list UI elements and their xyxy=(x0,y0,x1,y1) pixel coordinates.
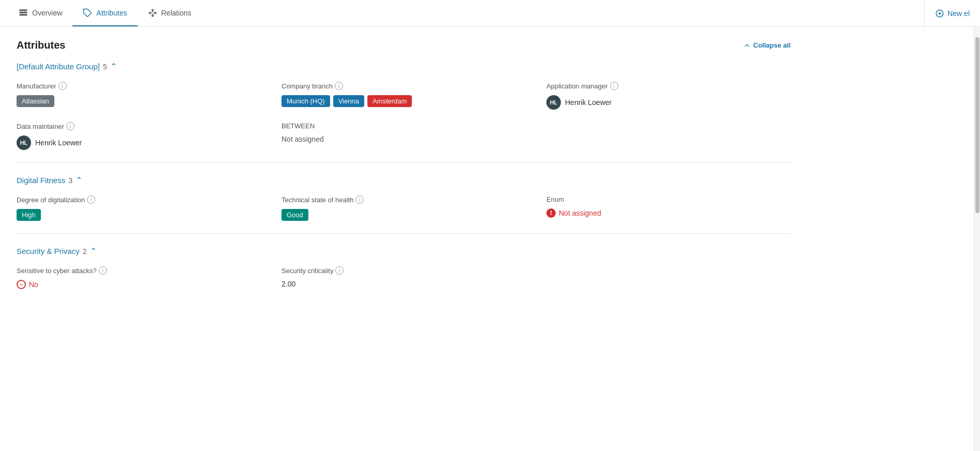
default-group-grid: Manufacturer i Atlassian Company branch … xyxy=(17,82,791,150)
digital-fitness-grid: Degree of digitalization i High Technica… xyxy=(17,196,791,221)
branch-vienna[interactable]: Vienna xyxy=(333,95,364,107)
relations-icon xyxy=(148,8,157,18)
svg-rect-2 xyxy=(20,14,27,16)
svg-point-4 xyxy=(149,12,151,13)
company-branch-field: Company branch i Munich (HQ) Vienna Amst… xyxy=(281,82,526,110)
digital-fitness-header[interactable]: Digital Fitness 3 ⌃ xyxy=(17,175,791,185)
company-branch-label: Company branch i xyxy=(281,82,526,90)
company-branch-info-icon[interactable]: i xyxy=(335,82,343,90)
default-group-count: 5 xyxy=(103,63,107,71)
application-manager-field: Application manager i HL Henrik Loewer xyxy=(546,82,791,110)
security-privacy-count: 2 xyxy=(83,247,87,255)
between-field: BETWEEN Not assigned xyxy=(281,122,526,150)
data-maintainer-value: HL Henrik Loewer xyxy=(17,136,261,150)
between-value: Not assigned xyxy=(281,135,324,143)
security-privacy-header[interactable]: Security & Privacy 2 ⌃ xyxy=(17,246,791,256)
branch-amsterdam[interactable]: Amsterdam xyxy=(367,95,412,107)
svg-rect-1 xyxy=(20,12,27,13)
data-maintainer-name: Henrik Loewer xyxy=(35,139,82,147)
manufacturer-value[interactable]: Atlassian xyxy=(17,95,54,107)
page-title-row: Attributes Collapse all xyxy=(17,39,791,51)
scrollbar[interactable] xyxy=(974,27,980,314)
nav-relations-label: Relations xyxy=(161,9,191,17)
list-icon xyxy=(19,8,28,18)
new-element-button[interactable]: New el xyxy=(924,0,980,26)
enum-value: ! Not assigned xyxy=(546,208,791,218)
degree-value[interactable]: High xyxy=(17,209,41,221)
default-group-chevron: ⌃ xyxy=(110,62,117,71)
application-manager-label: Application manager i xyxy=(546,82,791,90)
degree-digitalization-field: Degree of digitalization i High xyxy=(17,196,261,221)
svg-point-7 xyxy=(152,14,153,16)
security-criticality-info-icon[interactable]: i xyxy=(335,266,344,275)
cyber-attacks-info-icon[interactable]: i xyxy=(99,266,107,275)
error-circle-icon: ! xyxy=(546,208,556,218)
divider-1 xyxy=(17,162,791,163)
cyber-attacks-field: Sensitive to cyber attacks? i − No xyxy=(17,266,261,289)
nav-relations[interactable]: Relations xyxy=(138,0,202,26)
minus-circle-icon: − xyxy=(17,280,26,289)
digital-fitness-count: 3 xyxy=(68,176,72,185)
application-manager-avatar: HL xyxy=(546,95,561,110)
default-group-header[interactable]: [Default Attribute Group] 5 ⌃ xyxy=(17,62,791,71)
cyber-attacks-value: − No xyxy=(17,280,261,289)
svg-point-6 xyxy=(154,12,156,13)
nav-attributes-label: Attributes xyxy=(96,9,127,17)
manufacturer-field: Manufacturer i Atlassian xyxy=(17,82,261,110)
data-maintainer-field: Data maintainer i HL Henrik Loewer xyxy=(17,122,261,150)
degree-digitalization-label: Degree of digitalization i xyxy=(17,196,261,204)
nav-overview-label: Overview xyxy=(32,9,62,17)
main-content: Attributes Collapse all [Default Attribu… xyxy=(0,27,807,314)
tag-icon xyxy=(83,8,92,18)
between-label: BETWEEN xyxy=(281,122,526,130)
plus-circle-icon xyxy=(935,9,944,18)
chevron-up-icon xyxy=(743,41,751,50)
branch-munich[interactable]: Munich (HQ) xyxy=(281,95,330,107)
application-manager-info-icon[interactable]: i xyxy=(610,82,618,90)
digital-fitness-chevron: ⌃ xyxy=(76,175,82,185)
security-privacy-grid: Sensitive to cyber attacks? i − No Secur… xyxy=(17,266,791,289)
enum-label: Enum xyxy=(546,196,791,203)
manufacturer-info-icon[interactable]: i xyxy=(58,82,67,90)
application-manager-name: Henrik Loewer xyxy=(565,98,612,107)
tech-state-info-icon[interactable]: i xyxy=(355,196,364,204)
collapse-all-label: Collapse all xyxy=(753,41,791,49)
nav-overview[interactable]: Overview xyxy=(8,0,72,26)
application-manager-value: HL Henrik Loewer xyxy=(546,95,791,110)
tech-state-value[interactable]: Good xyxy=(281,209,308,221)
tech-state-label: Technical state of health i xyxy=(281,196,526,204)
data-maintainer-info-icon[interactable]: i xyxy=(66,122,75,130)
scrollbar-thumb[interactable] xyxy=(975,37,979,213)
svg-point-5 xyxy=(152,9,153,11)
data-maintainer-label: Data maintainer i xyxy=(17,122,261,130)
data-maintainer-avatar: HL xyxy=(17,136,31,150)
page-title: Attributes xyxy=(17,39,65,51)
security-criticality-field: Security criticality i 2.00 xyxy=(281,266,526,289)
divider-2 xyxy=(17,233,791,234)
company-branch-tags: Munich (HQ) Vienna Amsterdam xyxy=(281,95,526,107)
security-privacy-title: Security & Privacy xyxy=(17,247,80,255)
degree-info-icon[interactable]: i xyxy=(87,196,95,204)
nav-attributes[interactable]: Attributes xyxy=(72,0,137,26)
svg-rect-0 xyxy=(20,10,27,11)
security-privacy-chevron: ⌃ xyxy=(90,246,97,256)
default-group-title: [Default Attribute Group] xyxy=(17,62,100,71)
cyber-attacks-label: Sensitive to cyber attacks? i xyxy=(17,266,261,275)
security-criticality-value: 2.00 xyxy=(281,280,295,288)
new-label: New el xyxy=(947,9,970,18)
tech-state-field: Technical state of health i Good xyxy=(281,196,526,221)
security-criticality-label: Security criticality i xyxy=(281,266,526,275)
manufacturer-label: Manufacturer i xyxy=(17,82,261,90)
collapse-all-button[interactable]: Collapse all xyxy=(743,41,791,50)
digital-fitness-title: Digital Fitness xyxy=(17,176,65,185)
top-navigation: Overview Attributes Relations New el xyxy=(0,0,980,27)
enum-field: Enum ! Not assigned xyxy=(546,196,791,221)
